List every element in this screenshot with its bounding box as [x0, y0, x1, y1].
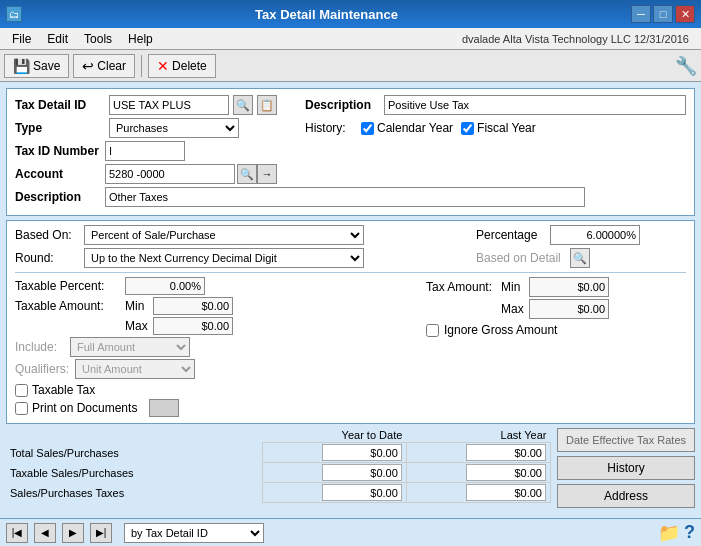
save-button[interactable]: 💾 Save [4, 54, 69, 78]
menu-help[interactable]: Help [120, 30, 161, 48]
save-icon: 💾 [13, 58, 30, 74]
ignore-gross-checkbox[interactable] [426, 324, 439, 337]
toolbar-sep [141, 55, 142, 77]
row2-label: Sales/Purchases Taxes [6, 483, 262, 503]
account-search-icon[interactable]: 🔍 [237, 164, 257, 184]
row0-label: Total Sales/Purchases [6, 443, 262, 463]
side-buttons: Date Effective Tax Rates History Address [557, 428, 695, 508]
menu-file[interactable]: File [4, 30, 39, 48]
close-button[interactable]: ✕ [675, 5, 695, 23]
percentage-input[interactable] [550, 225, 640, 245]
desc-field-label: Description [15, 190, 105, 204]
row2-ytd-input[interactable] [322, 484, 402, 501]
row0-ytd-input[interactable] [322, 444, 402, 461]
toolbar: 💾 Save ↩ Clear ✕ Delete 🔧 [0, 50, 701, 82]
clear-icon: ↩ [82, 58, 94, 74]
row0-lastyear-input[interactable] [466, 444, 546, 461]
sort-select[interactable]: by Tax Detail ID by Type by Description [124, 523, 264, 543]
taxable-amount-min-input[interactable] [153, 297, 233, 315]
row1-lastyear-input[interactable] [466, 464, 546, 481]
top-form-panel: Tax Detail ID 🔍 📋 Description Type Purch… [6, 88, 695, 216]
menu-tools[interactable]: Tools [76, 30, 120, 48]
qualifiers-select[interactable]: Unit Amount Extended Amount [75, 359, 195, 379]
nav-prev-button[interactable]: ◀ [34, 523, 56, 543]
fiscal-year-checkbox[interactable] [461, 122, 474, 135]
user-info: dvalade Alta Vista Technology LLC 12/31/… [462, 33, 697, 45]
type-select[interactable]: Purchases Sales [109, 118, 239, 138]
taxable-amount-max-input[interactable] [153, 317, 233, 335]
description-label: Description [305, 98, 380, 112]
tax-id-number-input[interactable] [105, 141, 185, 161]
ytd-col-header: Year to Date [262, 428, 406, 443]
taxable-amount-min-label: Min [125, 299, 153, 313]
maximize-button[interactable]: □ [653, 5, 673, 23]
ytd-table: Year to Date Last Year Total Sales/Purch… [6, 428, 551, 503]
menu-edit[interactable]: Edit [39, 30, 76, 48]
based-on-detail-label: Based on Detail [476, 251, 566, 265]
document-icon[interactable]: 📋 [257, 95, 277, 115]
description-input[interactable] [384, 95, 686, 115]
account-arrow-icon[interactable]: → [257, 164, 277, 184]
delete-button[interactable]: ✕ Delete [148, 54, 216, 78]
tax-amount-right: Tax Amount: Min Max Ignore Gross Amount [426, 277, 686, 381]
fiscal-year-label: Fiscal Year [477, 121, 536, 135]
account-input[interactable] [105, 164, 235, 184]
color-swatch[interactable] [149, 399, 179, 417]
round-select[interactable]: Up to the Next Currency Decimal Digit St… [84, 248, 364, 268]
table-row: Total Sales/Purchases [6, 443, 550, 463]
type-label: Type [15, 121, 105, 135]
nav-next-button[interactable]: ▶ [62, 523, 84, 543]
desc-field-input[interactable] [105, 187, 585, 207]
print-on-documents-checkbox[interactable] [15, 402, 28, 415]
clear-label: Clear [97, 59, 126, 73]
based-on-label: Based On: [15, 228, 80, 242]
ignore-gross-label: Ignore Gross Amount [444, 323, 557, 337]
tax-amount-label: Tax Amount: [426, 280, 501, 294]
window-title: Tax Detail Maintenance [22, 7, 631, 22]
status-icons: 📁 ? [658, 522, 695, 544]
nav-first-button[interactable]: |◀ [6, 523, 28, 543]
row1-label: Taxable Sales/Purchases [6, 463, 262, 483]
taxable-tax-checkbox[interactable] [15, 384, 28, 397]
tax-detail-id-label: Tax Detail ID [15, 98, 105, 112]
ytd-section: Year to Date Last Year Total Sales/Purch… [6, 428, 551, 503]
tax-amount-min-input[interactable] [529, 277, 609, 297]
account-label[interactable]: Account [15, 167, 105, 181]
date-effective-tax-rates-button[interactable]: Date Effective Tax Rates [557, 428, 695, 452]
table-row: Taxable Sales/Purchases [6, 463, 550, 483]
minimize-button[interactable]: ─ [631, 5, 651, 23]
menu-bar: File Edit Tools Help dvalade Alta Vista … [0, 28, 701, 50]
taxable-left: Taxable Percent: Taxable Amount: Min Max… [15, 277, 416, 381]
app-icon: 🗂 [6, 6, 22, 22]
tax-amount-max-input[interactable] [529, 299, 609, 319]
taxable-percent-input[interactable] [125, 277, 205, 295]
row1-ytd-input[interactable] [322, 464, 402, 481]
last-year-col-header: Last Year [406, 428, 550, 443]
tax-amount-min-label: Min [501, 280, 529, 294]
search-icon[interactable]: 🔍 [233, 95, 253, 115]
calendar-year-label: Calendar Year [377, 121, 453, 135]
calendar-year-checkbox[interactable] [361, 122, 374, 135]
address-button[interactable]: Address [557, 484, 695, 508]
history-button[interactable]: History [557, 456, 695, 480]
percentage-label: Percentage [476, 228, 546, 242]
include-select[interactable]: Full Amount Partial Amount [70, 337, 190, 357]
based-on-detail-icon[interactable]: 🔍 [570, 248, 590, 268]
based-on-select[interactable]: Percent of Sale/Purchase Flat Amount [84, 225, 364, 245]
row2-lastyear-input[interactable] [466, 484, 546, 501]
ytd-col-label [6, 428, 262, 443]
status-help-icon[interactable]: ? [684, 522, 695, 543]
tax-detail-id-input[interactable] [109, 95, 229, 115]
status-folder-icon[interactable]: 📁 [658, 522, 680, 544]
middle-form-panel: Based On: Percent of Sale/Purchase Flat … [6, 220, 695, 424]
section-separator [15, 272, 686, 273]
print-on-documents-label: Print on Documents [32, 401, 137, 415]
toolbar-right-icon: 🔧 [675, 56, 697, 76]
clear-button[interactable]: ↩ Clear [73, 54, 135, 78]
taxable-amount-label: Taxable Amount: [15, 299, 125, 313]
delete-label: Delete [172, 59, 207, 73]
round-label: Round: [15, 251, 80, 265]
nav-last-button[interactable]: ▶| [90, 523, 112, 543]
tax-id-number-label: Tax ID Number [15, 144, 105, 158]
taxable-tax-label: Taxable Tax [32, 383, 95, 397]
